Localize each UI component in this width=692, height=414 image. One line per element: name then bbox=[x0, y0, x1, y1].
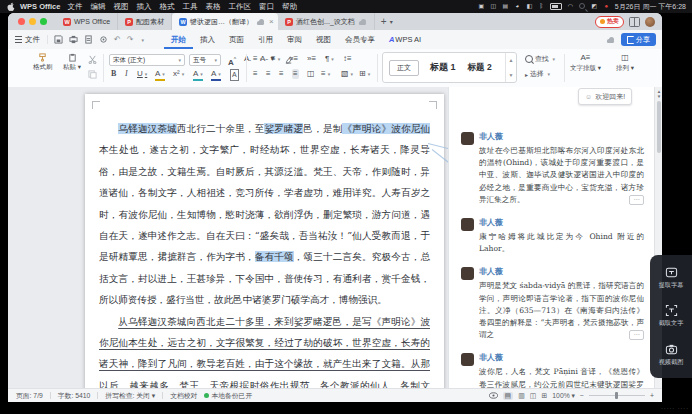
video-snapshot-button[interactable]: 视频截图 bbox=[659, 343, 684, 367]
bullet-list-icon[interactable]: ≡▾ bbox=[253, 54, 262, 64]
output-pdf-icon[interactable] bbox=[84, 35, 93, 44]
wifi-icon[interactable]: ◠ bbox=[567, 3, 574, 10]
battery-icon[interactable] bbox=[550, 3, 562, 10]
text-layout-button[interactable]: A≡ 文字排版 ▾ bbox=[570, 53, 601, 73]
char-border-icon[interactable]: A bbox=[230, 69, 239, 81]
menubar-menu-item[interactable]: 编辑 bbox=[90, 2, 105, 12]
extract-subtitles-button[interactable]: 提取字幕 bbox=[659, 266, 684, 290]
bluetooth-icon[interactable]: ᛒ bbox=[538, 3, 545, 10]
word-count[interactable]: 字数: 5410 bbox=[58, 391, 91, 401]
comment-card[interactable]: 非人薇 故址在今巴基斯坦北部喀布尔河入印度河处东北的温特(Ohind)，该城处于… bbox=[461, 131, 644, 206]
split-view-icon[interactable] bbox=[629, 17, 640, 27]
text-highlight-color-icon[interactable]: A▾ bbox=[193, 69, 203, 81]
underline-icon[interactable]: U▾ bbox=[137, 69, 147, 79]
outline-view-icon[interactable]: ◫ bbox=[530, 392, 537, 400]
menubar-menu-item[interactable]: 表格 bbox=[205, 2, 220, 12]
zoom-level[interactable]: 100% ▾ bbox=[552, 392, 575, 400]
menubar-menu-item[interactable]: 视图 bbox=[113, 2, 128, 12]
tab-doc-1[interactable]: P 配图素材 bbox=[118, 13, 172, 30]
maximize-window-button[interactable] bbox=[40, 18, 47, 25]
paragraph-spacing-icon[interactable]: ≡▾ bbox=[321, 69, 330, 79]
align-left-icon[interactable]: ≡ bbox=[253, 69, 258, 79]
paragraph-classical[interactable]: 乌铎迦汉荼城西北行二十余里，至娑罗睹逻邑，是制《声明论》波你尼仙本生处也，遂古之… bbox=[99, 118, 430, 311]
close-tab-icon[interactable]: × bbox=[269, 17, 274, 26]
style-heading2[interactable]: 标题 2 bbox=[468, 62, 492, 74]
borders-icon[interactable]: ⊞▾ bbox=[359, 69, 370, 79]
menubar-menu-item[interactable]: 工作区 bbox=[228, 2, 251, 12]
tab-doc-2[interactable]: P 酒红色创..._设文档 bbox=[278, 13, 375, 30]
ribbon-tab[interactable]: A会员专享 bbox=[338, 30, 382, 49]
find-button[interactable]: 查找▾ bbox=[525, 54, 555, 64]
menubar-menu-item[interactable]: 帮助 bbox=[282, 2, 297, 12]
scrollbar-thumb[interactable] bbox=[657, 101, 661, 153]
page-view-icon[interactable]: ▤ bbox=[503, 392, 514, 400]
chat-app-icon[interactable]: ◕ bbox=[514, 3, 521, 10]
copy-icon[interactable] bbox=[88, 70, 97, 79]
comment-card[interactable]: 非人薇 波你尼，人名，梵文 Pāṇini 音译，《慈恩传》卷三作波腻尼，约公元前… bbox=[461, 352, 644, 388]
font-color-icon[interactable]: A▾ bbox=[211, 69, 221, 81]
close-window-button[interactable] bbox=[18, 18, 25, 25]
quickbar-dropdown-icon[interactable]: ▾ bbox=[141, 37, 144, 43]
spellcheck-status[interactable]: 拼写检查: 关闭 ▾ bbox=[105, 391, 155, 401]
superscript-icon[interactable]: x²▾ bbox=[173, 69, 184, 79]
comment-more-button[interactable]: ⋯ bbox=[629, 195, 644, 205]
comment-card[interactable]: 非人薇 康宁哈姆将此城比定为今 Ohind 附近的 Lahor。 ⋯ bbox=[461, 217, 644, 255]
menubar-menu-item[interactable]: 工具 bbox=[182, 2, 197, 12]
menubar-menu-item[interactable]: 窗口 bbox=[259, 2, 274, 12]
tab-list-dropdown-icon[interactable]: ▾ bbox=[390, 18, 393, 25]
redo-icon[interactable]: ↷ bbox=[127, 35, 134, 44]
style-heading1[interactable]: 标题 1 bbox=[430, 61, 456, 74]
align-center-icon[interactable]: ≡ bbox=[266, 69, 271, 79]
paragraph-translation[interactable]: 从乌铎迦汉荼城向西北走二十多里，来到娑罗睹逻邑，是写《声明论》波你尼仙本生处，远… bbox=[99, 311, 430, 388]
print-preview-icon[interactable] bbox=[99, 35, 108, 44]
align-right-icon[interactable]: ≡ bbox=[279, 69, 284, 79]
font-size-select[interactable]: 五号▾ bbox=[189, 54, 221, 66]
arrange-button[interactable]: ◫ 排列 ▾ bbox=[616, 53, 634, 73]
bold-icon[interactable]: B bbox=[111, 69, 116, 79]
paste-button[interactable]: 粘贴 ▾ bbox=[63, 53, 81, 72]
print-icon[interactable] bbox=[69, 35, 78, 44]
cut-icon[interactable] bbox=[88, 55, 97, 64]
menubar-menu-item[interactable]: 插入 bbox=[136, 2, 151, 12]
save-icon[interactable] bbox=[54, 35, 63, 44]
shading-icon[interactable]: ▧▾ bbox=[341, 69, 353, 79]
screen-record-icon[interactable]: ▣ bbox=[478, 3, 485, 10]
record-dot-icon[interactable]: ● bbox=[603, 3, 610, 10]
increase-indent-icon[interactable]: »≡ bbox=[307, 54, 316, 64]
tab-wps-home[interactable]: W WPS Office bbox=[56, 13, 118, 30]
justify-icon[interactable]: ≡ bbox=[292, 69, 299, 79]
ribbon-tab[interactable]: A引用 bbox=[251, 30, 280, 49]
ribbon-tab[interactable]: A审阅 bbox=[280, 30, 309, 49]
style-normal[interactable]: 正文 bbox=[389, 60, 419, 76]
comment-card[interactable]: 非人薇 声明是梵文 śabda-vidyā 的意译，指研究语言的学问，声明论即语… bbox=[461, 266, 644, 341]
control-center-icon[interactable]: ◩ bbox=[591, 3, 598, 10]
ribbon-tab[interactable]: AWPS AI bbox=[382, 30, 428, 49]
capture-text-button[interactable]: 截取文字 bbox=[659, 304, 684, 328]
new-tab-button[interactable]: + bbox=[381, 16, 387, 27]
undo-icon[interactable]: ↶ bbox=[114, 35, 121, 44]
proofread-button[interactable]: 文档校对 bbox=[170, 391, 197, 401]
scroll-arrows[interactable]: ▲▼ bbox=[656, 89, 662, 99]
select-button[interactable]: ▸ 选择▾ bbox=[525, 69, 550, 79]
show-paragraph-marks-icon[interactable]: ¶▾ bbox=[325, 54, 334, 64]
styles-gallery-stepper[interactable]: ▲▼ bbox=[505, 53, 516, 82]
share-button[interactable]: 分享 bbox=[621, 33, 656, 46]
tab-doc-active[interactable]: W 犍驮逻国…（翻译） × bbox=[172, 13, 278, 30]
line-spacing-icon[interactable]: ↕≡ bbox=[343, 54, 352, 64]
menubar-menu-item[interactable]: 格式 bbox=[159, 2, 174, 12]
menubar-menu-item[interactable]: 文件 bbox=[67, 2, 82, 12]
numbered-list-icon[interactable]: ≡▾ bbox=[271, 54, 280, 64]
font-name-select[interactable]: 宋体 (正文)▾ bbox=[109, 54, 185, 66]
account-avatar[interactable] bbox=[645, 17, 655, 27]
web-view-icon[interactable]: ▥ bbox=[518, 392, 525, 400]
eye-protect-icon[interactable] bbox=[489, 392, 498, 399]
minimize-window-button[interactable] bbox=[29, 18, 36, 25]
increase-font-icon[interactable]: A^ bbox=[228, 54, 236, 68]
backup-status[interactable]: 本地备份已开 bbox=[204, 391, 252, 401]
char-highlight-icon[interactable]: A▾ bbox=[155, 69, 165, 81]
zoom-in-button[interactable]: + bbox=[650, 392, 654, 399]
document-area[interactable]: 乌铎迦汉荼城西北行二十余里，至娑罗睹逻邑，是制《声明论》波你尼仙本生处也，遂古之… bbox=[8, 87, 448, 388]
file-menu-button[interactable]: 文件 bbox=[8, 35, 47, 45]
format-painter-button[interactable]: 格式刷 bbox=[33, 53, 53, 72]
ribbon-tab[interactable]: A页面 bbox=[222, 30, 251, 49]
